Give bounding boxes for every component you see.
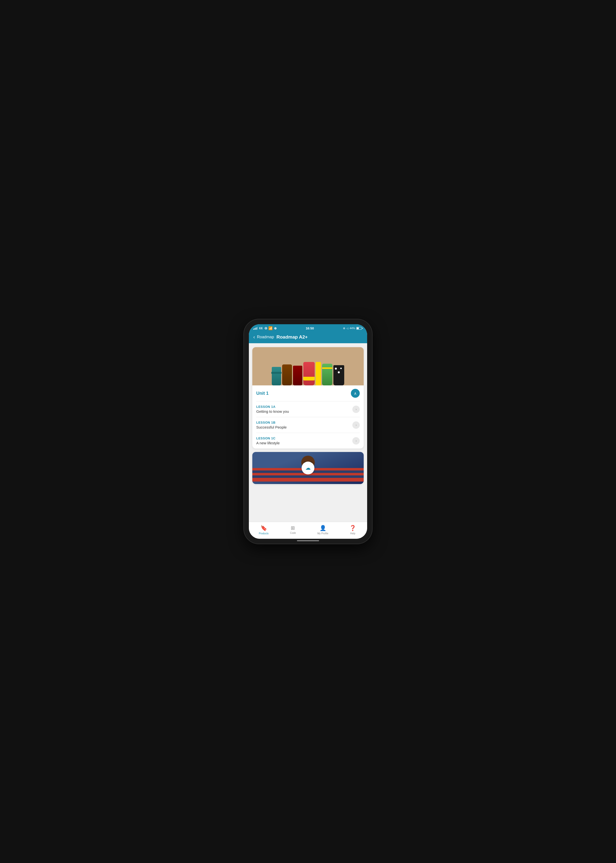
lesson-1b-title: Successful People bbox=[256, 425, 286, 429]
phone-screen: EE ⊖ 📶 ⊕ 16:50 ⊕ ◁ 44% ‹ bbox=[249, 324, 367, 539]
battery-pct: 44% bbox=[350, 327, 355, 330]
lesson-1b-arrow[interactable]: › bbox=[352, 421, 360, 429]
status-bar: EE ⊖ 📶 ⊕ 16:50 ⊕ ◁ 44% bbox=[249, 324, 367, 332]
main-content: Unit 1 ∧ LESSON 1A Getting to know you › bbox=[249, 343, 367, 522]
status-time: 16:50 bbox=[306, 326, 314, 330]
wifi-symbol: ⊕ bbox=[274, 326, 277, 330]
shoe-pink bbox=[303, 362, 315, 386]
lesson-1a-content: LESSON 1A Getting to know you bbox=[256, 405, 289, 414]
nav-my-profile[interactable]: 👤 My Profile bbox=[314, 524, 331, 536]
location-icon: ⊕ bbox=[343, 327, 345, 330]
signal-bars bbox=[253, 327, 258, 330]
unit-expand-button[interactable]: ∧ bbox=[351, 389, 360, 398]
chevron-right-icon-1c: › bbox=[355, 439, 357, 443]
shoe-teal bbox=[272, 367, 281, 386]
header-back-text[interactable]: Roadmap bbox=[257, 335, 274, 339]
cloud-icon: ☁ bbox=[305, 465, 311, 471]
signal-bar-3 bbox=[256, 328, 256, 330]
products-icon: 🔖 bbox=[261, 525, 267, 531]
lesson-1a-title: Getting to know you bbox=[256, 409, 289, 414]
code-icon: ⊞ bbox=[291, 525, 295, 531]
wifi-icon: ⊖ 📶 bbox=[264, 326, 272, 330]
lesson-1c-content: LESSON 1C A new lifestyle bbox=[256, 436, 280, 445]
shoe-darkred bbox=[293, 366, 302, 386]
shoe-brown bbox=[282, 364, 292, 386]
shoe-black bbox=[333, 365, 344, 386]
lesson-1c-item[interactable]: LESSON 1C A new lifestyle › bbox=[252, 433, 364, 449]
chevron-right-icon-1a: › bbox=[355, 407, 357, 411]
code-label: Code bbox=[290, 532, 296, 534]
carrier-label: EE bbox=[259, 327, 263, 330]
signal-bar-1 bbox=[253, 329, 254, 330]
status-left: EE ⊖ 📶 ⊕ bbox=[253, 326, 277, 330]
battery-tip bbox=[362, 328, 363, 329]
battery-body bbox=[356, 327, 362, 330]
lesson-1b-item[interactable]: LESSON 1B Successful People › bbox=[252, 417, 364, 433]
battery-indicator bbox=[356, 327, 363, 330]
unit-2-hero: ☁ bbox=[252, 452, 364, 484]
bottom-nav: 🔖 Products ⊞ Code 👤 My Profile ❓ Help bbox=[249, 522, 367, 539]
lesson-1c-arrow[interactable]: › bbox=[352, 437, 360, 444]
signal-bar-4 bbox=[257, 327, 258, 330]
help-icon: ❓ bbox=[349, 525, 356, 531]
unit-title: Unit 1 bbox=[256, 391, 269, 396]
lesson-1b-label: LESSON 1B bbox=[256, 420, 286, 424]
my-profile-label: My Profile bbox=[317, 532, 328, 535]
shoe-green bbox=[322, 364, 332, 386]
cloud-download-button[interactable]: ☁ bbox=[302, 461, 314, 474]
header: ‹ Roadmap Roadmap A2+ bbox=[249, 332, 367, 343]
lesson-1c-label: LESSON 1C bbox=[256, 436, 280, 440]
header-title: Roadmap A2+ bbox=[277, 334, 308, 340]
chevron-right-icon-1b: › bbox=[355, 423, 357, 427]
profile-icon: 👤 bbox=[320, 525, 326, 531]
nav-code[interactable]: ⊞ Code bbox=[286, 524, 300, 536]
lesson-1a-arrow[interactable]: › bbox=[352, 406, 360, 413]
home-indicator[interactable] bbox=[297, 540, 319, 541]
yellow-leg bbox=[316, 362, 321, 386]
back-chevron-icon: ‹ bbox=[253, 334, 255, 340]
lesson-1a-item[interactable]: LESSON 1A Getting to know you › bbox=[252, 402, 364, 417]
products-label: Products bbox=[259, 532, 269, 535]
back-button[interactable]: ‹ bbox=[253, 334, 255, 340]
help-label: Help bbox=[350, 532, 355, 535]
unit-header: Unit 1 ∧ bbox=[252, 386, 364, 401]
status-right: ⊕ ◁ 44% bbox=[343, 327, 363, 330]
nav-products[interactable]: 🔖 Products bbox=[256, 524, 272, 536]
unit-hero-image bbox=[252, 347, 364, 386]
lesson-1b-content: LESSON 1B Successful People bbox=[256, 420, 286, 429]
lesson-1a-label: LESSON 1A bbox=[256, 405, 289, 409]
chevron-up-icon: ∧ bbox=[354, 392, 357, 395]
unit-2-card: ☁ bbox=[252, 452, 364, 484]
direction-icon: ◁ bbox=[346, 327, 349, 330]
nav-help[interactable]: ❓ Help bbox=[345, 524, 360, 536]
unit-1-card: Unit 1 ∧ LESSON 1A Getting to know you › bbox=[252, 347, 364, 449]
signal-bar-2 bbox=[255, 328, 255, 330]
phone-frame: EE ⊖ 📶 ⊕ 16:50 ⊕ ◁ 44% ‹ bbox=[244, 319, 372, 544]
lesson-1c-title: A new lifestyle bbox=[256, 441, 280, 445]
battery-fill bbox=[357, 328, 359, 329]
